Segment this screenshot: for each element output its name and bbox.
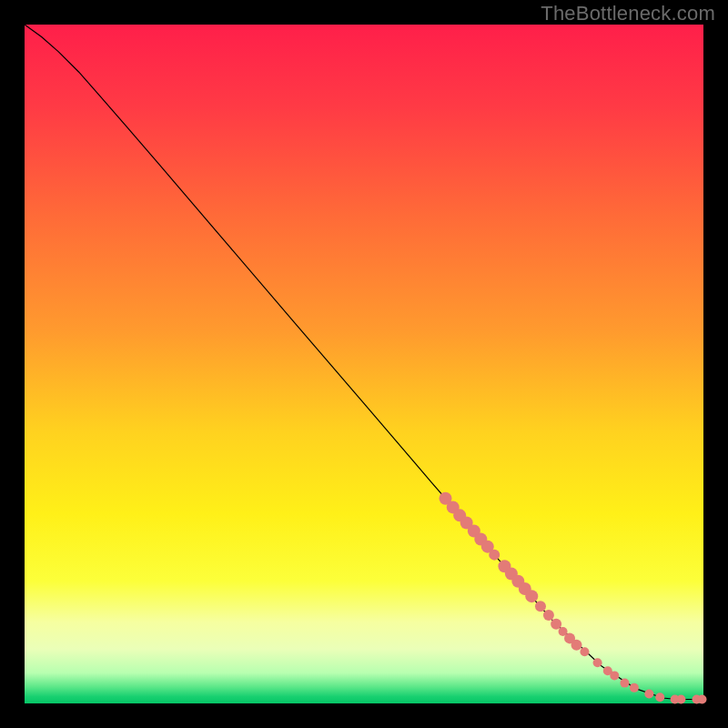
data-marker: [630, 683, 639, 693]
data-marker: [620, 679, 629, 688]
data-marker: [489, 550, 500, 561]
data-marker: [551, 619, 561, 630]
data-marker: [543, 610, 554, 621]
data-marker: [593, 658, 602, 667]
chart-svg: [0, 0, 728, 728]
data-marker: [676, 695, 685, 704]
plot-area: [25, 25, 707, 704]
data-marker: [580, 647, 589, 656]
data-marker: [655, 693, 664, 702]
data-marker: [571, 640, 582, 651]
data-marker: [525, 590, 538, 602]
data-marker: [535, 601, 546, 612]
data-marker: [644, 690, 653, 699]
chart-stage: TheBottleneck.com: [0, 0, 728, 728]
data-marker: [610, 671, 619, 680]
data-marker: [698, 695, 707, 704]
